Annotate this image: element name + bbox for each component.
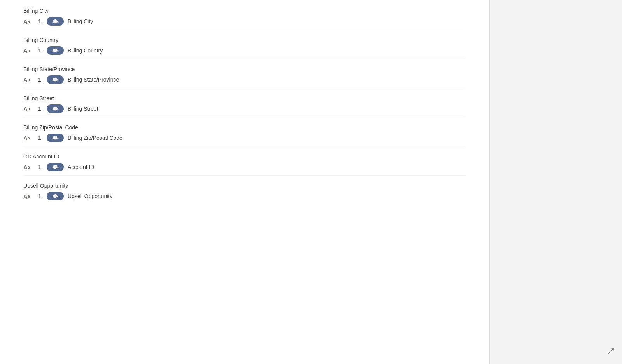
fields-list: Billing CityAa1 salesforce Billing CityB… <box>0 0 489 356</box>
field-type-icon: Aa <box>23 47 34 54</box>
field-type-icon: Aa <box>23 193 34 200</box>
field-type-icon: Aa <box>23 135 34 141</box>
field-label-billing-city: Billing City <box>23 8 466 14</box>
field-group-billing-zip: Billing Zip/Postal CodeAa1 salesforce Bi… <box>23 120 466 146</box>
field-row-upsell-opportunity: Aa1 salesforce Upsell Opportunity <box>23 192 466 200</box>
field-group-billing-state: Billing State/ProvinceAa1 salesforce Bil… <box>23 62 466 88</box>
main-content: Billing CityAa1 salesforce Billing CityB… <box>0 0 489 364</box>
field-count: 1 <box>38 193 43 199</box>
field-row-billing-zip: Aa1 salesforce Billing Zip/Postal Code <box>23 134 466 142</box>
salesforce-cloud-badge: salesforce <box>47 163 64 171</box>
field-row-billing-city: Aa1 salesforce Billing City <box>23 17 466 26</box>
svg-text:salesforce: salesforce <box>52 79 60 81</box>
salesforce-cloud-badge: salesforce <box>47 46 64 55</box>
field-count: 1 <box>38 47 43 54</box>
field-source-name: Upsell Opportunity <box>68 193 112 199</box>
field-label-billing-street: Billing Street <box>23 95 466 101</box>
page-container: Billing CityAa1 salesforce Billing CityB… <box>0 0 622 364</box>
field-source-name: Billing City <box>68 18 93 24</box>
field-type-icon: Aa <box>23 18 34 25</box>
salesforce-cloud-badge: salesforce <box>47 17 64 26</box>
svg-text:salesforce: salesforce <box>52 50 60 52</box>
field-source-name: Billing State/Province <box>68 77 119 83</box>
field-label-upsell-opportunity: Upsell Opportunity <box>23 183 466 189</box>
field-group-gd-account-id: GD Account IDAa1 salesforce Account ID <box>23 150 466 176</box>
salesforce-cloud-badge: salesforce <box>47 104 64 113</box>
field-group-billing-city: Billing CityAa1 salesforce Billing City <box>23 4 466 30</box>
svg-text:salesforce: salesforce <box>52 21 60 23</box>
field-group-billing-street: Billing StreetAa1 salesforce Billing Str… <box>23 91 466 117</box>
salesforce-cloud-badge: salesforce <box>47 134 64 142</box>
field-group-billing-country: Billing CountryAa1 salesforce Billing Co… <box>23 33 466 59</box>
field-label-billing-country: Billing Country <box>23 37 466 43</box>
salesforce-cloud-badge: salesforce <box>47 192 64 200</box>
field-label-gd-account-id: GD Account ID <box>23 153 466 160</box>
right-panel <box>490 0 622 364</box>
field-count: 1 <box>38 106 43 112</box>
svg-text:salesforce: salesforce <box>52 196 60 198</box>
field-label-billing-zip: Billing Zip/Postal Code <box>23 124 466 131</box>
field-count: 1 <box>38 164 43 170</box>
field-source-name: Billing Zip/Postal Code <box>68 135 122 141</box>
field-count: 1 <box>38 135 43 141</box>
field-source-name: Billing Country <box>68 47 103 54</box>
field-type-icon: Aa <box>23 106 34 112</box>
field-label-billing-state: Billing State/Province <box>23 66 466 72</box>
svg-text:salesforce: salesforce <box>52 108 60 110</box>
svg-text:salesforce: salesforce <box>52 167 60 169</box>
field-row-billing-state: Aa1 salesforce Billing State/Province <box>23 75 466 84</box>
field-count: 1 <box>38 77 43 83</box>
expand-icon[interactable] <box>607 348 614 356</box>
field-count: 1 <box>38 18 43 24</box>
field-row-gd-account-id: Aa1 salesforce Account ID <box>23 163 466 171</box>
field-type-icon: Aa <box>23 164 34 171</box>
field-group-upsell-opportunity: Upsell OpportunityAa1 salesforce Upsell … <box>23 179 466 204</box>
field-row-billing-country: Aa1 salesforce Billing Country <box>23 46 466 55</box>
field-source-name: Account ID <box>68 164 94 170</box>
svg-text:salesforce: salesforce <box>52 138 60 139</box>
field-row-billing-street: Aa1 salesforce Billing Street <box>23 104 466 113</box>
salesforce-cloud-badge: salesforce <box>47 75 64 84</box>
field-source-name: Billing Street <box>68 106 98 112</box>
field-type-icon: Aa <box>23 77 34 83</box>
